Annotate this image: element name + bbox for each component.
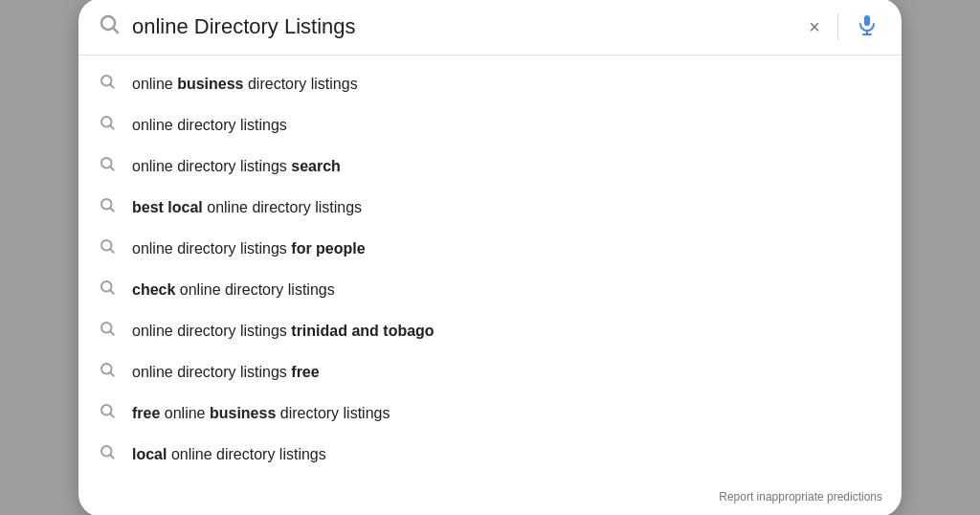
- suggestion-search-icon: [98, 73, 117, 95]
- suggestion-search-icon: [98, 402, 117, 424]
- suggestion-item[interactable]: online directory listings search: [78, 146, 902, 187]
- suggestion-search-icon: [98, 114, 117, 136]
- svg-rect-2: [864, 15, 870, 26]
- report-predictions-link[interactable]: Report inappropriate predictions: [78, 482, 902, 515]
- microphone-icon: [856, 13, 879, 36]
- suggestions-list: online business directory listingsonline…: [78, 56, 902, 482]
- vertical-divider: [837, 13, 838, 40]
- suggestion-search-icon: [98, 196, 117, 218]
- suggestion-search-icon: [98, 320, 117, 342]
- suggestion-text: check online directory listings: [132, 281, 335, 299]
- suggestion-item[interactable]: online directory listings: [78, 104, 902, 146]
- clear-button[interactable]: ×: [805, 13, 824, 40]
- svg-line-20: [110, 372, 113, 375]
- svg-line-18: [110, 331, 113, 334]
- suggestion-text: online directory listings trinidad and t…: [132, 323, 434, 340]
- svg-line-10: [110, 167, 113, 169]
- suggestion-search-icon: [98, 155, 117, 177]
- suggestion-text: online directory listings for people: [132, 240, 366, 258]
- suggestion-text: online business directory listings: [132, 76, 358, 93]
- suggestion-item[interactable]: online directory listings for people: [78, 228, 902, 269]
- suggestion-item[interactable]: check online directory listings: [78, 269, 902, 310]
- search-icon: [98, 12, 121, 40]
- suggestion-item[interactable]: online directory listings free: [78, 351, 902, 392]
- search-controls: ×: [805, 10, 882, 43]
- suggestion-text: free online business directory listings: [132, 405, 390, 422]
- svg-line-12: [110, 208, 113, 211]
- suggestion-search-icon: [98, 361, 117, 383]
- suggestion-item[interactable]: local online directory listings: [78, 434, 902, 475]
- suggestion-item[interactable]: online directory listings trinidad and t…: [78, 310, 902, 351]
- svg-line-22: [110, 414, 113, 416]
- suggestion-item[interactable]: free online business directory listings: [78, 392, 902, 434]
- suggestion-item[interactable]: best local online directory listings: [78, 187, 902, 228]
- suggestion-text: local online directory listings: [132, 446, 326, 463]
- svg-line-14: [110, 249, 113, 252]
- suggestion-text: best local online directory listings: [132, 199, 362, 216]
- suggestion-search-icon: [98, 443, 117, 465]
- suggestion-search-icon: [98, 279, 117, 301]
- suggestion-text: online directory listings search: [132, 158, 341, 175]
- search-query-text: online Directory Listings: [132, 14, 793, 39]
- suggestion-item[interactable]: online business directory listings: [78, 63, 902, 104]
- svg-line-16: [110, 290, 113, 293]
- suggestion-text: online directory listings: [132, 117, 287, 134]
- search-bar: online Directory Listings ×: [78, 0, 902, 56]
- svg-line-8: [110, 125, 113, 128]
- svg-line-24: [110, 455, 113, 458]
- svg-line-1: [114, 29, 118, 33]
- microphone-button[interactable]: [852, 10, 882, 43]
- suggestion-text: online directory listings free: [132, 364, 320, 381]
- svg-line-6: [110, 84, 113, 87]
- suggestion-search-icon: [98, 237, 117, 259]
- search-container: online Directory Listings ×: [78, 0, 902, 515]
